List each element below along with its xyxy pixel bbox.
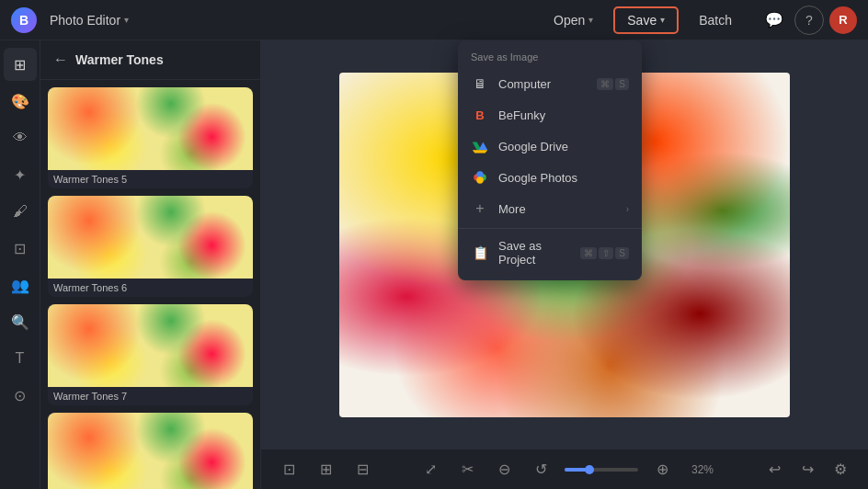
save-project-label: Save as Project — [498, 239, 571, 267]
topbar: B Photo Editor ▾ Open ▾ Save ▾ Batch 💬 ?… — [0, 0, 868, 40]
sidebar-icon-people[interactable]: 👥 — [4, 268, 37, 301]
save-button[interactable]: Save ▾ — [613, 6, 679, 34]
preset-food-image-7 — [48, 304, 253, 387]
more-icon: + — [471, 199, 489, 218]
save-more-item[interactable]: + More › — [458, 193, 642, 224]
preset-food-image-8 — [48, 413, 253, 489]
back-button[interactable]: ← — [53, 51, 68, 68]
preset-label-7: Warmer Tones 7 — [48, 387, 253, 405]
panel: ← Warmer Tones Warmer Tones 5 Warmer Ton… — [40, 40, 261, 489]
zoom-in-button[interactable]: ⊕ — [649, 457, 675, 483]
sidebar-icon-templates[interactable]: ⊞ — [4, 48, 37, 81]
save-computer-item[interactable]: 🖥 Computer ⌘S — [458, 68, 642, 99]
app-title-button[interactable]: Photo Editor ▾ — [44, 9, 134, 31]
svg-point-3 — [476, 176, 484, 184]
googledrive-label: Google Drive — [498, 140, 629, 154]
preset-item-6[interactable]: Warmer Tones 6 — [48, 196, 253, 297]
preset-food-image-6 — [48, 196, 253, 279]
befunky-icon: B — [471, 106, 489, 124]
avatar-button[interactable]: R — [829, 6, 857, 34]
app-title-chevron: ▾ — [124, 15, 129, 25]
bottom-center-tools: ⤢ ✂ ⊖ ↺ ⊕ 32% — [417, 457, 719, 483]
crop-button[interactable]: ✂ — [454, 457, 480, 483]
zoom-display: 32% — [686, 463, 719, 476]
save-project-item[interactable]: 📋 Save as Project ⌘⇧S — [458, 233, 642, 273]
save-googledrive-item[interactable]: Google Drive — [458, 131, 642, 162]
save-dropdown-menu: Save as Image 🖥 Computer ⌘S B BeFunky Go… — [458, 40, 642, 280]
googledrive-icon — [471, 137, 489, 155]
more-arrow-icon: › — [626, 204, 629, 214]
zoom-reset-button[interactable]: ↺ — [528, 457, 554, 483]
preset-thumb-6 — [48, 196, 253, 279]
computer-shortcut: ⌘S — [597, 78, 629, 90]
sidebar-icon-paint[interactable]: 🖌 — [4, 195, 37, 228]
preset-label-5: Warmer Tones 5 — [48, 170, 253, 188]
zoom-slider-thumb — [585, 465, 594, 474]
preset-thumb-5 — [48, 87, 253, 170]
settings-button[interactable]: ⚙ — [828, 457, 853, 483]
sidebar-icon-adjustments[interactable]: 🎨 — [4, 85, 37, 118]
preset-item-8[interactable]: Warmer Tones 8 — [48, 413, 253, 489]
save-googlephotos-item[interactable]: Google Photos — [458, 162, 642, 193]
sidebar-icon-misc[interactable]: ⊙ — [4, 379, 37, 412]
panel-header: ← Warmer Tones — [40, 40, 260, 80]
save-project-shortcut: ⌘⇧S — [580, 247, 629, 259]
zoom-out-button[interactable]: ⊖ — [491, 457, 517, 483]
panel-title: Warmer Tones — [75, 52, 164, 67]
chat-icon-button[interactable]: 💬 — [760, 6, 789, 35]
sidebar-icon-layers[interactable]: ⊡ — [4, 232, 37, 265]
bottom-left-tools: ⊡ ⊞ ⊟ — [276, 457, 375, 483]
preset-label-6: Warmer Tones 6 — [48, 279, 253, 297]
zoom-slider[interactable] — [565, 468, 638, 472]
sidebar-icon-search[interactable]: 🔍 — [4, 305, 37, 338]
sidebar-icon-text[interactable]: T — [4, 342, 37, 375]
panel-list: Warmer Tones 5 Warmer Tones 6 Warmer Ton… — [40, 80, 260, 489]
help-icon-button[interactable]: ? — [794, 6, 824, 35]
app-logo: B — [11, 7, 37, 33]
more-label: More — [498, 202, 617, 216]
main-layout: ⊞ 🎨 👁 ✦ 🖌 ⊡ 👥 🔍 T ⊙ ← Warmer Tones Warme… — [0, 40, 868, 489]
computer-label: Computer — [498, 77, 588, 91]
zoom-slider-fill — [565, 468, 587, 472]
save-project-icon: 📋 — [471, 244, 489, 262]
sidebar-icon-view[interactable]: 👁 — [4, 121, 37, 154]
icon-sidebar: ⊞ 🎨 👁 ✦ 🖌 ⊡ 👥 🔍 T ⊙ — [0, 40, 40, 489]
sidebar-icon-effects[interactable]: ✦ — [4, 158, 37, 191]
topbar-right: 💬 ? R — [760, 6, 857, 35]
computer-icon: 🖥 — [471, 74, 489, 93]
preset-thumb-8 — [48, 413, 253, 489]
preset-food-image-5 — [48, 87, 253, 170]
dropdown-divider — [458, 228, 642, 229]
save-befunky-item[interactable]: B BeFunky — [458, 99, 642, 131]
redo-button[interactable]: ↪ — [794, 457, 820, 483]
layers-tool-button[interactable]: ⊡ — [276, 457, 302, 483]
preset-item-5[interactable]: Warmer Tones 5 — [48, 87, 253, 188]
crop-tool-button[interactable]: ⊞ — [313, 457, 338, 483]
save-chevron: ▾ — [660, 15, 665, 25]
bottom-right-tools: ↩ ↪ ⚙ — [761, 457, 853, 483]
googlephotos-icon — [471, 168, 489, 187]
befunky-label: BeFunky — [498, 108, 629, 122]
grid-tool-button[interactable]: ⊟ — [349, 457, 375, 483]
preset-thumb-7 — [48, 304, 253, 387]
batch-button[interactable]: Batch — [686, 7, 745, 33]
open-button[interactable]: Open ▾ — [541, 7, 606, 33]
undo-button[interactable]: ↩ — [761, 457, 787, 483]
googlephotos-label: Google Photos — [498, 171, 629, 185]
fit-screen-button[interactable]: ⤢ — [417, 457, 443, 483]
app-title-label: Photo Editor — [50, 13, 120, 28]
preset-item-7[interactable]: Warmer Tones 7 — [48, 304, 253, 405]
dropdown-section-label: Save as Image — [458, 48, 642, 68]
bottom-toolbar: ⊡ ⊞ ⊟ ⤢ ✂ ⊖ ↺ ⊕ 32% ↩ ↪ ⚙ — [261, 449, 868, 489]
open-chevron: ▾ — [588, 15, 593, 25]
